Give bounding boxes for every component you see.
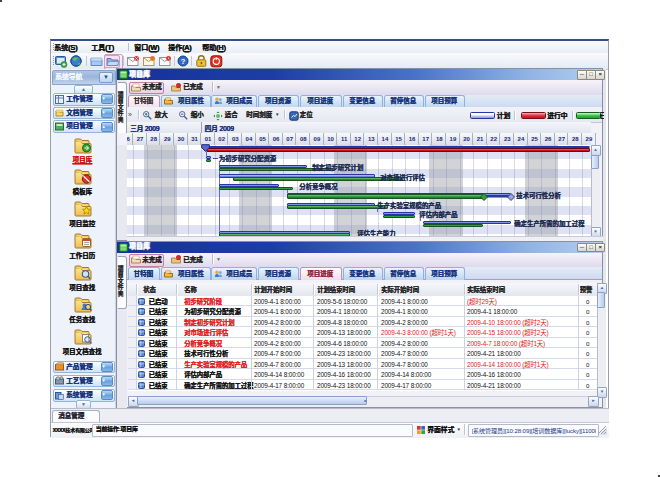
svg-text:?: ?: [181, 56, 186, 65]
